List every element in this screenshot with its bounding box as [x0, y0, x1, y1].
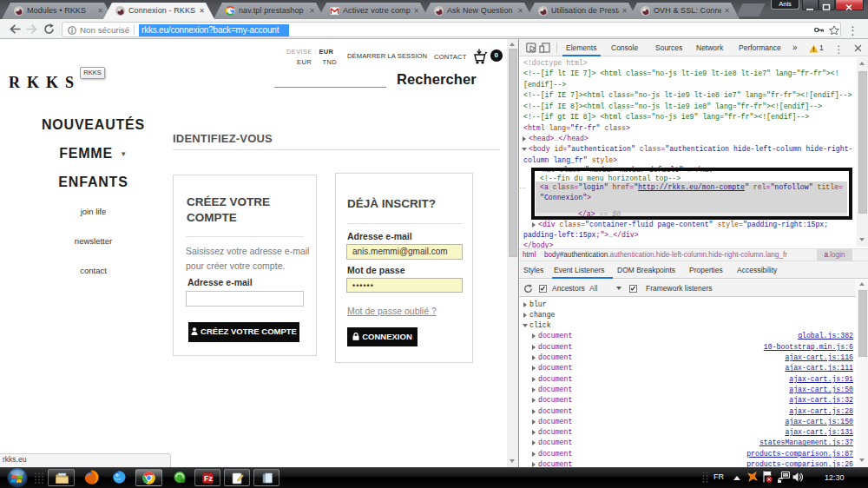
svg-text:Fz: Fz: [204, 474, 213, 483]
